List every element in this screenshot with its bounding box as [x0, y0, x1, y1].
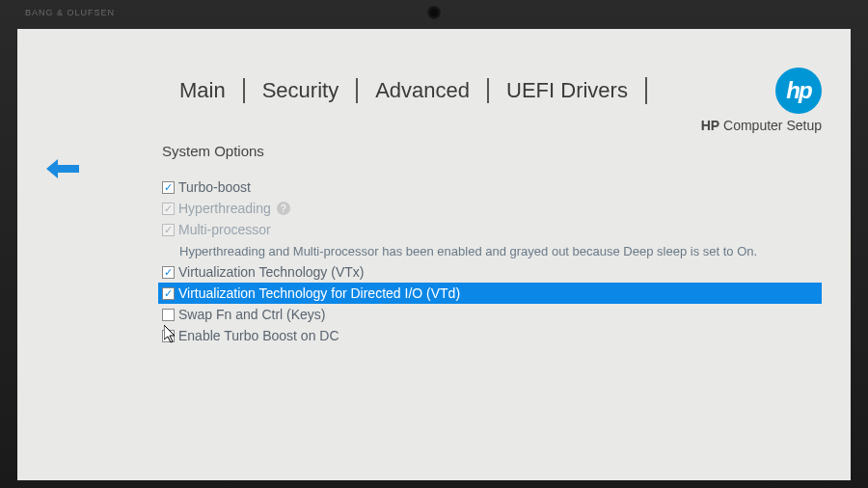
help-icon[interactable]: ? [277, 202, 290, 215]
option-vtd[interactable]: Virtualization Technology for Directed I… [158, 283, 822, 304]
tab-uefi-drivers[interactable]: UEFI Drivers [487, 78, 645, 103]
note-text: Hyperthreading and Multi-processor has b… [179, 244, 757, 258]
option-multi-processor: Multi-processor [162, 219, 822, 240]
checkbox-icon[interactable] [162, 181, 175, 194]
tab-security[interactable]: Security [243, 78, 356, 103]
option-label: Virtualization Technology (VTx) [178, 264, 364, 280]
tab-divider [645, 77, 647, 104]
option-vtx[interactable]: Virtualization Technology (VTx) [162, 261, 822, 283]
hp-logo-icon: hp [775, 68, 822, 114]
section-title: System Options [162, 143, 822, 159]
option-label: Hyperthreading [178, 201, 271, 216]
checkbox-icon[interactable] [162, 266, 175, 279]
product-title: HP Computer Setup [701, 118, 822, 133]
back-arrow-icon[interactable] [46, 159, 79, 178]
options-list: Turbo-boost Hyperthreading ? Multi-proce… [162, 176, 822, 346]
checkbox-icon [162, 224, 175, 236]
product-title-rest: Computer Setup [719, 118, 822, 133]
options-note: Hyperthreading and Multi-processor has b… [162, 240, 822, 261]
logo-area: hp HP Computer Setup [701, 68, 822, 133]
bios-screen: Main Security Advanced UEFI Drivers hp H… [17, 29, 851, 480]
laptop-brand: BANG & OLUFSEN [25, 8, 115, 17]
checkbox-icon [162, 203, 175, 215]
tab-advanced[interactable]: Advanced [356, 78, 487, 103]
checkbox-icon[interactable] [162, 330, 175, 342]
checkbox-icon[interactable] [162, 287, 175, 300]
option-label: Turbo-boost [178, 179, 251, 195]
option-hyperthreading: Hyperthreading ? [162, 198, 822, 219]
option-label: Enable Turbo Boost on DC [178, 328, 339, 343]
product-title-bold: HP [701, 118, 719, 133]
option-label: Virtualization Technology for Directed I… [178, 285, 460, 301]
option-label: Multi-processor [178, 222, 271, 237]
option-turbo-boost[interactable]: Turbo-boost [162, 176, 822, 198]
tab-main[interactable]: Main [162, 78, 243, 103]
camera-dot [427, 6, 441, 19]
option-swap-fn-ctrl[interactable]: Swap Fn and Ctrl (Keys) [162, 304, 822, 325]
checkbox-icon[interactable] [162, 309, 175, 321]
option-turbo-boost-dc[interactable]: Enable Turbo Boost on DC [162, 325, 822, 346]
option-label: Swap Fn and Ctrl (Keys) [178, 307, 326, 322]
